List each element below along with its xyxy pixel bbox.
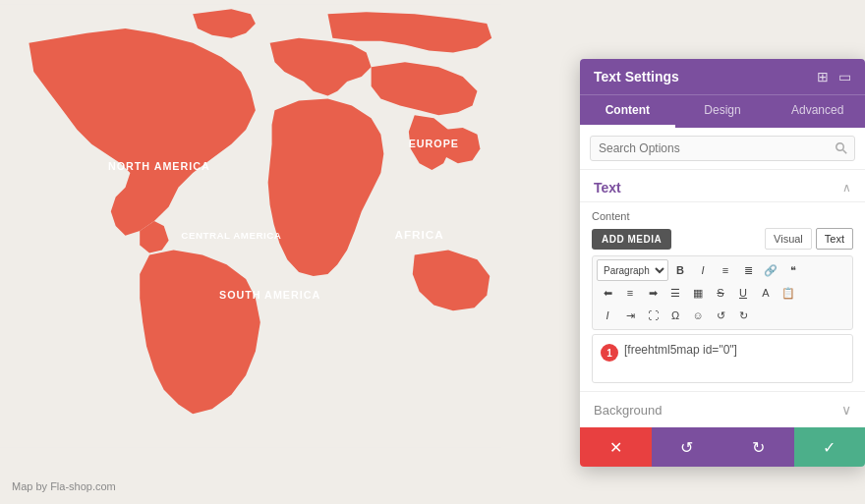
text-section-header: Text ∧ [580,170,865,202]
map-credit: Map by Fla-shop.com [12,480,116,492]
tab-advanced[interactable]: Advanced [770,95,865,128]
cancel-button[interactable]: ✕ [580,427,652,467]
tab-design[interactable]: Design [675,95,771,128]
search-bar [580,128,865,170]
italic2-button[interactable]: I [597,305,618,326]
svg-point-6 [836,143,844,151]
search-icon-wrap [590,136,855,161]
unordered-list-button[interactable]: ≡ [715,259,736,281]
panel-header-icons: ⊞ ▭ [817,69,851,84]
undo-action-button[interactable]: ↺ [652,427,723,467]
content-label: Content [592,210,853,222]
strikethrough-button[interactable]: S [710,282,731,304]
panel-responsive-icon[interactable]: ⊞ [817,69,829,84]
ordered-list-button[interactable]: ≣ [737,259,759,281]
add-media-button[interactable]: ADD MEDIA [592,229,671,250]
text-color-button[interactable]: A [755,282,777,304]
background-label: Background [594,403,662,418]
visual-view-button[interactable]: Visual [765,228,812,250]
editor-toolbar: Paragraph Heading 1 Heading 2 B I ≡ ≣ 🔗 … [592,255,853,330]
redo-button[interactable]: ↻ [732,305,754,326]
italic-button[interactable]: I [692,259,714,281]
align-left-button[interactable]: ⬅ [597,282,618,304]
search-icon [836,142,847,154]
paragraph-select[interactable]: Paragraph Heading 1 Heading 2 [597,259,668,281]
toolbar-row-3: I ⇥ ⛶ Ω ☺ ↺ ↻ [597,305,848,326]
save-button[interactable]: ✓ [794,427,866,467]
fullscreen-button[interactable]: ⛶ [642,305,663,326]
action-bar: ✕ ↺ ↻ ✓ [580,427,865,467]
blockquote-button[interactable]: ❝ [782,259,804,281]
editor-area[interactable]: 1 [freehtml5map id="0"] [592,334,853,383]
panel-close-icon[interactable]: ▭ [838,69,851,84]
symbol-button[interactable]: Ω [664,305,686,326]
panel-title: Text Settings [594,69,679,84]
svg-text:NORTH AMERICA: NORTH AMERICA [108,160,210,172]
toolbar-row-1: Paragraph Heading 1 Heading 2 B I ≡ ≣ 🔗 … [597,259,848,281]
text-view-button[interactable]: Text [816,228,853,250]
align-right-button[interactable]: ➡ [642,282,663,304]
section-collapse-icon[interactable]: ∧ [842,181,851,195]
settings-panel: Text Settings ⊞ ▭ Content Design Advance… [580,59,865,467]
world-map-svg: NORTH AMERICA EUROPE CENTRAL AMERICA AFR… [0,0,501,452]
svg-text:SOUTH AMERICA: SOUTH AMERICA [219,289,320,301]
background-section[interactable]: Background ∨ [580,391,865,427]
svg-line-7 [843,150,847,154]
panel-tabs: Content Design Advanced [580,94,865,128]
svg-text:AFRICA: AFRICA [394,228,443,241]
svg-text:CENTRAL AMERICA: CENTRAL AMERICA [181,230,281,241]
panel-header: Text Settings ⊞ ▭ [580,59,865,94]
search-input[interactable] [590,136,855,161]
emoji-button[interactable]: ☺ [687,305,709,326]
undo-button[interactable]: ↺ [710,305,731,326]
tab-content[interactable]: Content [580,95,675,128]
bold-button[interactable]: B [669,259,691,281]
editor-badge: 1 [601,344,618,362]
toolbar-row-2: ⬅ ≡ ➡ ☰ ▦ S U A 📋 [597,282,848,304]
table-button[interactable]: ▦ [687,282,709,304]
background-chevron-icon: ∨ [841,402,851,418]
justify-button[interactable]: ☰ [664,282,686,304]
section-body: Content ADD MEDIA Visual Text Paragraph … [580,202,865,391]
svg-text:EUROPE: EUROPE [409,138,459,149]
editor-shortcode: [freehtml5map id="0"] [624,343,737,357]
link-button[interactable]: 🔗 [760,259,781,281]
underline-button[interactable]: U [732,282,754,304]
indent-button[interactable]: ⇥ [619,305,641,326]
align-center-button[interactable]: ≡ [619,282,641,304]
redo-action-button[interactable]: ↻ [722,427,794,467]
paste-text-button[interactable]: 📋 [778,282,799,304]
section-title: Text [594,180,621,196]
view-toggle: Visual Text [765,228,853,250]
media-row: ADD MEDIA Visual Text [592,228,853,250]
